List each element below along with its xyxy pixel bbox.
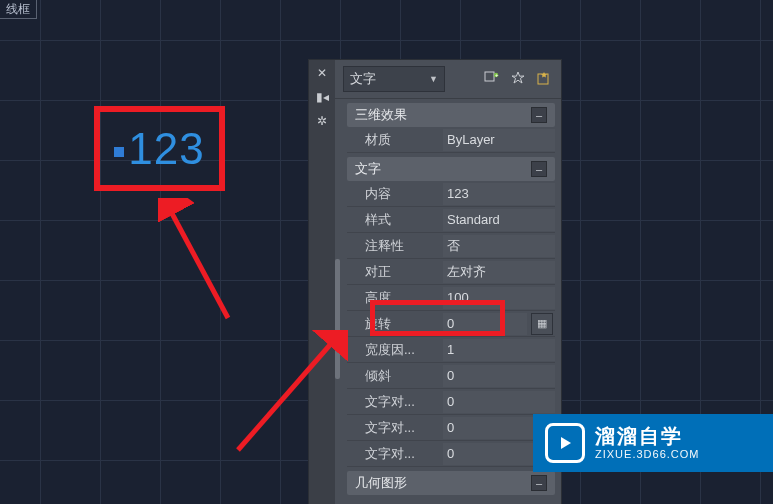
prop-label: 材质	[347, 131, 443, 149]
prop-label: 旋转	[347, 315, 443, 333]
prop-label: 文字对...	[347, 419, 443, 437]
prop-label: 倾斜	[347, 367, 443, 385]
object-type-value: 文字	[350, 70, 376, 88]
selection-icon[interactable]	[509, 70, 527, 88]
section-header-3d-effects[interactable]: 三维效果 –	[347, 103, 555, 127]
highlight-box-text-object: 123	[94, 106, 225, 191]
prop-label: 文字对...	[347, 445, 443, 463]
prop-row-text-align-3[interactable]: 文字对... 0	[347, 441, 555, 467]
prop-row-oblique[interactable]: 倾斜 0	[347, 363, 555, 389]
watermark-subtitle: ZIXUE.3D66.COM	[595, 448, 699, 461]
collapse-icon[interactable]: –	[531, 107, 547, 123]
selection-grip[interactable]	[114, 147, 124, 157]
section-3d-effects: 三维效果 – 材质 ByLayer	[347, 103, 555, 153]
svg-line-0	[168, 206, 228, 318]
prop-value[interactable]: 左对齐	[443, 261, 555, 283]
section-title: 文字	[355, 160, 381, 178]
quick-properties-icon[interactable]	[535, 70, 553, 88]
properties-palette: ✕ ▮◂ ✲ 文字 ▼ + 三维效果 –	[308, 59, 562, 504]
prop-value[interactable]: 0	[443, 391, 555, 413]
section-title: 几何图形	[355, 474, 407, 492]
palette-toolbar: 文字 ▼ +	[335, 60, 561, 99]
palette-body: 文字 ▼ + 三维效果 – 材质	[335, 60, 561, 504]
prop-row-justify[interactable]: 对正 左对齐	[347, 259, 555, 285]
prop-value[interactable]: 0	[443, 365, 555, 387]
properties-scroll-area[interactable]: 三维效果 – 材质 ByLayer 文字 – 内容 123 样式	[335, 99, 561, 504]
play-icon	[545, 423, 585, 463]
object-type-dropdown[interactable]: 文字 ▼	[343, 66, 445, 92]
prop-row-annotative[interactable]: 注释性 否	[347, 233, 555, 259]
prop-row-material[interactable]: 材质 ByLayer	[347, 127, 555, 153]
quick-select-icon[interactable]: +	[483, 70, 501, 88]
close-icon[interactable]: ✕	[317, 66, 327, 80]
autohide-icon[interactable]: ▮◂	[316, 90, 329, 104]
prop-value[interactable]: ByLayer	[443, 129, 555, 151]
scrollbar-thumb[interactable]	[335, 259, 340, 379]
viewport-mode-label: 线框	[6, 1, 30, 18]
svg-rect-2	[485, 72, 494, 81]
chevron-down-icon: ▼	[429, 74, 438, 84]
section-text: 文字 – 内容 123 样式 Standard 注释性 否 对正 左对齐	[347, 157, 555, 467]
section-header-geometry[interactable]: 几何图形 –	[347, 471, 555, 495]
prop-row-style[interactable]: 样式 Standard	[347, 207, 555, 233]
collapse-icon[interactable]: –	[531, 475, 547, 491]
watermark-banner: 溜溜自学 ZIXUE.3D66.COM	[533, 414, 773, 472]
palette-control-strip: ✕ ▮◂ ✲	[309, 60, 335, 504]
prop-label: 注释性	[347, 237, 443, 255]
annotation-arrow-1	[158, 198, 248, 328]
prop-label: 内容	[347, 185, 443, 203]
prop-row-height[interactable]: 高度 100	[347, 285, 555, 311]
prop-value[interactable]: Standard	[443, 209, 555, 231]
prop-label: 文字对...	[347, 393, 443, 411]
collapse-icon[interactable]: –	[531, 161, 547, 177]
prop-value[interactable]: 123	[443, 183, 555, 205]
prop-value[interactable]: 100	[443, 287, 555, 309]
prop-label: 样式	[347, 211, 443, 229]
section-title: 三维效果	[355, 106, 407, 124]
prop-row-rotation[interactable]: 旋转 0 ▦	[347, 311, 555, 337]
section-header-text[interactable]: 文字 –	[347, 157, 555, 181]
prop-row-text-align-1[interactable]: 文字对... 0	[347, 389, 555, 415]
prop-row-width-factor[interactable]: 宽度因... 1	[347, 337, 555, 363]
prop-label: 高度	[347, 289, 443, 307]
prop-label: 对正	[347, 263, 443, 281]
watermark-title: 溜溜自学	[595, 424, 699, 448]
quick-calc-icon[interactable]: ▦	[531, 313, 553, 335]
text-entity[interactable]: 123	[128, 124, 204, 174]
menu-icon[interactable]: ✲	[317, 114, 327, 128]
section-geometry: 几何图形 –	[347, 471, 555, 495]
prop-value[interactable]: 1	[443, 339, 555, 361]
prop-value[interactable]: 0	[443, 313, 527, 335]
viewport-mode-tab[interactable]: 线框	[0, 0, 37, 19]
prop-value[interactable]: 否	[443, 235, 555, 257]
prop-row-text-align-2[interactable]: 文字对... 0	[347, 415, 555, 441]
prop-label: 宽度因...	[347, 341, 443, 359]
prop-row-content[interactable]: 内容 123	[347, 181, 555, 207]
svg-text:+: +	[495, 72, 499, 78]
